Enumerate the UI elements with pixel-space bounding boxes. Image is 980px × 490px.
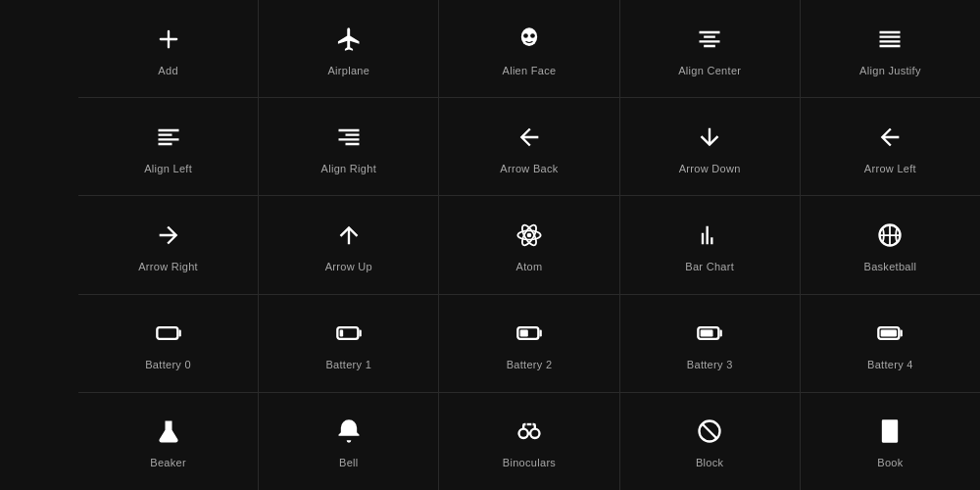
align-justify-icon xyxy=(876,22,904,57)
airplane-label: Airplane xyxy=(327,65,369,76)
svg-point-18 xyxy=(530,429,539,438)
alien-face-label: Alien Face xyxy=(503,65,557,76)
airplane-icon xyxy=(335,22,363,57)
icon-cell-atom[interactable]: Atom xyxy=(439,196,618,293)
icon-cell-arrow-up[interactable]: Arrow Up xyxy=(259,196,438,293)
icon-cell-battery-2[interactable]: Battery 2 xyxy=(439,295,618,392)
icon-cell-arrow-left[interactable]: Arrow Left xyxy=(801,98,980,195)
beaker-icon xyxy=(155,414,182,449)
battery-4-label: Battery 4 xyxy=(867,359,913,370)
arrow-down-label: Arrow Down xyxy=(679,163,741,174)
icon-cell-airplane[interactable]: Airplane xyxy=(259,0,438,97)
svg-rect-10 xyxy=(339,330,343,337)
arrow-up-icon xyxy=(335,218,363,253)
icon-cell-basketball[interactable]: Basketball xyxy=(801,196,980,293)
battery-2-icon xyxy=(515,316,543,351)
atom-icon xyxy=(515,218,543,253)
arrow-up-label: Arrow Up xyxy=(325,261,372,272)
book-label: Book xyxy=(877,457,903,468)
svg-line-20 xyxy=(703,424,717,439)
arrow-left-icon xyxy=(876,120,904,155)
icon-cell-block[interactable]: Block xyxy=(620,393,800,490)
battery-2-label: Battery 2 xyxy=(507,359,553,370)
svg-rect-8 xyxy=(157,327,177,339)
battery-0-label: Battery 0 xyxy=(145,359,191,370)
arrow-right-icon xyxy=(155,218,182,253)
bell-label: Bell xyxy=(339,457,359,468)
icon-cell-arrow-back[interactable]: Arrow Back xyxy=(439,98,618,195)
align-center-icon xyxy=(696,22,723,57)
icon-cell-align-right[interactable]: Align Right xyxy=(259,98,438,195)
icon-cell-align-left[interactable]: Align Left xyxy=(78,98,258,195)
icon-cell-align-justify[interactable]: Align Justify xyxy=(801,0,980,97)
icon-cell-arrow-down[interactable]: Arrow Down xyxy=(620,98,800,195)
icon-cell-binoculars[interactable]: Binoculars xyxy=(439,393,618,490)
block-label: Block xyxy=(696,457,723,468)
arrow-right-label: Arrow Right xyxy=(138,261,198,272)
block-icon xyxy=(696,414,723,449)
atom-label: Atom xyxy=(516,261,543,272)
svg-point-0 xyxy=(521,27,537,46)
icon-cell-add[interactable]: Add xyxy=(78,0,258,97)
binoculars-label: Binoculars xyxy=(503,457,556,468)
beaker-label: Beaker xyxy=(150,457,186,468)
battery-1-icon xyxy=(335,316,363,351)
bell-icon xyxy=(335,414,363,449)
bar-chart-icon xyxy=(696,218,723,253)
icon-cell-battery-1[interactable]: Battery 1 xyxy=(259,295,438,392)
battery-3-icon xyxy=(696,316,723,351)
basketball-label: Basketball xyxy=(864,261,917,272)
battery-3-label: Battery 3 xyxy=(687,359,733,370)
icon-cell-bell[interactable]: Bell xyxy=(259,393,438,490)
svg-point-17 xyxy=(518,429,527,438)
battery-1-label: Battery 1 xyxy=(325,359,371,370)
bar-chart-label: Bar Chart xyxy=(685,261,734,272)
align-center-label: Align Center xyxy=(678,65,741,76)
add-icon xyxy=(155,22,182,57)
battery-4-icon xyxy=(876,316,904,351)
arrow-back-icon xyxy=(515,120,543,155)
arrow-left-label: Arrow Left xyxy=(864,163,916,174)
align-left-label: Align Left xyxy=(144,163,192,174)
svg-rect-12 xyxy=(520,330,528,337)
svg-rect-16 xyxy=(881,330,897,337)
icon-cell-book[interactable]: Book xyxy=(801,393,980,490)
icon-grid: AddAirplaneAlien FaceAlign CenterAlign J… xyxy=(78,0,980,490)
icon-cell-arrow-right[interactable]: Arrow Right xyxy=(78,196,258,293)
battery-0-icon xyxy=(155,316,182,351)
add-label: Add xyxy=(158,65,177,76)
align-right-icon xyxy=(335,120,363,155)
sidebar xyxy=(0,0,78,490)
icon-cell-beaker[interactable]: Beaker xyxy=(78,393,258,490)
align-left-icon xyxy=(155,120,182,155)
align-justify-label: Align Justify xyxy=(859,65,921,76)
icon-cell-battery-4[interactable]: Battery 4 xyxy=(801,295,980,392)
svg-point-2 xyxy=(530,33,535,38)
arrow-back-label: Arrow Back xyxy=(500,163,558,174)
book-icon xyxy=(876,414,904,449)
align-right-label: Align Right xyxy=(321,163,377,174)
basketball-icon xyxy=(876,218,904,253)
icon-cell-alien-face[interactable]: Alien Face xyxy=(439,0,618,97)
binoculars-icon xyxy=(515,414,543,449)
alien-face-icon xyxy=(515,22,543,57)
icon-cell-align-center[interactable]: Align Center xyxy=(620,0,800,97)
icon-cell-battery-3[interactable]: Battery 3 xyxy=(620,295,800,392)
svg-rect-14 xyxy=(701,330,713,337)
svg-point-3 xyxy=(527,233,532,238)
icon-cell-battery-0[interactable]: Battery 0 xyxy=(78,295,258,392)
arrow-down-icon xyxy=(696,120,723,155)
icon-cell-bar-chart[interactable]: Bar Chart xyxy=(620,196,800,293)
svg-point-1 xyxy=(523,33,528,38)
